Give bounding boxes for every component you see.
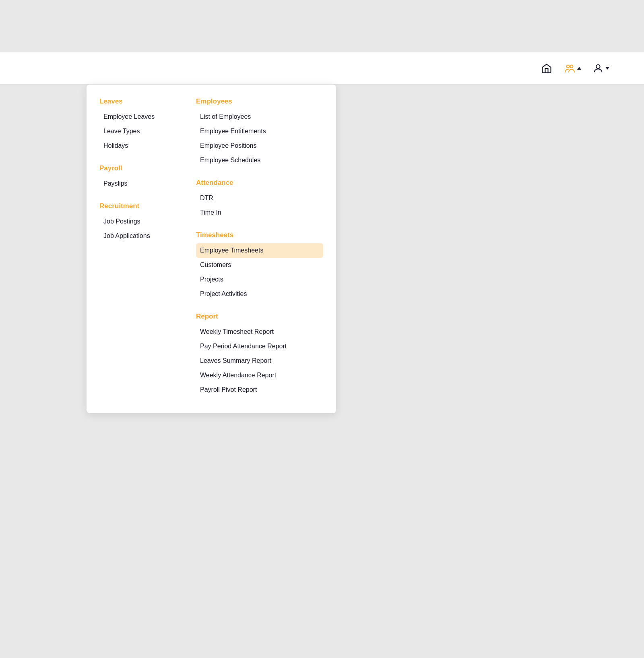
timesheets-section: Timesheets Employee Timesheets Customers…	[196, 231, 323, 301]
weekly-attendance-report-item[interactable]: Weekly Attendance Report	[196, 368, 323, 383]
recruitment-section: Recruitment Job Postings Job Application…	[99, 202, 186, 243]
attendance-section: Attendance DTR Time In	[196, 179, 323, 220]
group-button[interactable]	[561, 60, 584, 77]
time-in-item[interactable]: Time In	[196, 205, 323, 220]
leaves-title: Leaves	[99, 97, 186, 106]
payroll-pivot-report-item[interactable]: Payroll Pivot Report	[196, 383, 323, 397]
employee-schedules-item[interactable]: Employee Schedules	[196, 153, 323, 168]
employee-entitlements-item[interactable]: Employee Entitlements	[196, 124, 323, 139]
payroll-section: Payroll Payslips	[99, 164, 186, 191]
dropdown-menu: Leaves Employee Leaves Leave Types Holid…	[87, 85, 336, 413]
topbar-icons	[539, 60, 612, 77]
home-icon	[541, 63, 552, 74]
weekly-timesheet-report-item[interactable]: Weekly Timesheet Report	[196, 325, 323, 339]
leaves-summary-report-item[interactable]: Leaves Summary Report	[196, 354, 323, 368]
dtr-item[interactable]: DTR	[196, 191, 323, 205]
home-button[interactable]	[539, 60, 555, 77]
employees-title: Employees	[196, 97, 323, 106]
leaves-section: Leaves Employee Leaves Leave Types Holid…	[99, 97, 186, 153]
user-profile-button[interactable]	[590, 60, 612, 77]
list-of-employees-item[interactable]: List of Employees	[196, 110, 323, 124]
report-section: Report Weekly Timesheet Report Pay Perio…	[196, 312, 323, 397]
project-activities-item[interactable]: Project Activities	[196, 287, 323, 301]
group-icon	[564, 63, 576, 74]
svg-point-0	[567, 65, 570, 68]
employee-positions-item[interactable]: Employee Positions	[196, 139, 323, 153]
report-title: Report	[196, 312, 323, 321]
employee-timesheets-item[interactable]: Employee Timesheets	[196, 243, 323, 258]
svg-point-2	[596, 64, 600, 68]
topbar	[0, 52, 644, 85]
job-postings-item[interactable]: Job Postings	[99, 214, 186, 229]
payroll-title: Payroll	[99, 164, 186, 172]
menu-right-column: Employees List of Employees Employee Ent…	[196, 97, 323, 397]
payslips-item[interactable]: Payslips	[99, 176, 186, 191]
customers-item[interactable]: Customers	[196, 258, 323, 272]
employees-section: Employees List of Employees Employee Ent…	[196, 97, 323, 168]
employee-leaves-item[interactable]: Employee Leaves	[99, 110, 186, 124]
menu-left-column: Leaves Employee Leaves Leave Types Holid…	[99, 97, 196, 397]
recruitment-title: Recruitment	[99, 202, 186, 210]
group-caret-icon	[577, 67, 581, 70]
leave-types-item[interactable]: Leave Types	[99, 124, 186, 139]
user-icon	[592, 63, 604, 74]
attendance-title: Attendance	[196, 179, 323, 187]
projects-item[interactable]: Projects	[196, 272, 323, 287]
user-caret-icon	[605, 67, 609, 70]
job-applications-item[interactable]: Job Applications	[99, 229, 186, 243]
pay-period-attendance-report-item[interactable]: Pay Period Attendance Report	[196, 339, 323, 354]
holidays-item[interactable]: Holidays	[99, 139, 186, 153]
timesheets-title: Timesheets	[196, 231, 323, 239]
svg-point-1	[570, 65, 573, 68]
